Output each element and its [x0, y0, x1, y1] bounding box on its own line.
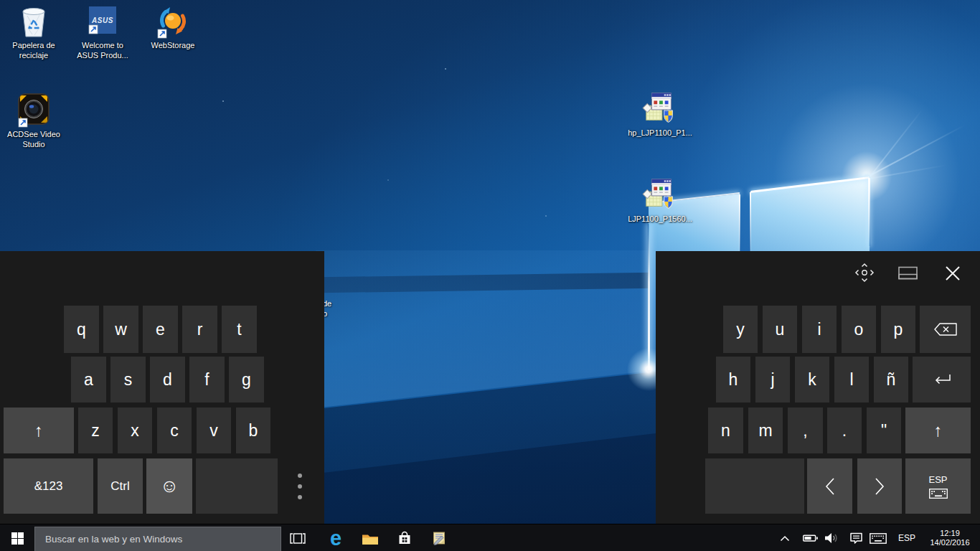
key-emoji[interactable]: ☺ [146, 458, 192, 514]
key-c[interactable]: c [157, 408, 192, 453]
installer-window-icon [641, 176, 679, 212]
key-quote[interactable]: " [867, 408, 901, 453]
key-n[interactable]: n [708, 408, 743, 453]
file-explorer-button[interactable] [357, 524, 383, 551]
tray-volume-button[interactable] [822, 524, 841, 551]
key-y[interactable]: y [723, 306, 758, 353]
light-ray [870, 125, 965, 176]
key-h[interactable]: h [716, 357, 750, 402]
key-period[interactable]: . [827, 408, 862, 453]
key-ctrl[interactable]: Ctrl [98, 458, 143, 514]
tray-battery-button[interactable] [801, 524, 819, 551]
keyboard-close-button[interactable] [944, 265, 961, 282]
window-edge [868, 178, 870, 246]
installer-window-icon [641, 90, 679, 126]
tray-show-hidden-button[interactable] [776, 524, 793, 551]
menu-dots-icon[interactable] [292, 469, 307, 504]
key-cursor-right[interactable] [857, 458, 902, 514]
key-space-right[interactable] [705, 458, 804, 514]
journal-icon [432, 531, 446, 545]
dust-particle [445, 68, 446, 70]
task-view-button[interactable] [285, 524, 311, 551]
key-comma[interactable]: , [788, 408, 823, 453]
key-j[interactable]: j [755, 357, 790, 402]
key-r[interactable]: r [182, 306, 217, 353]
desktop-screen: Papelera dereciclaje ASUS Welcome toASUS… [0, 0, 980, 551]
dust-particle [222, 100, 224, 102]
task-view-icon [290, 532, 306, 545]
desktop-icon-recycle-bin[interactable]: Papelera dereciclaje [0, 6, 67, 60]
key-enye[interactable]: ñ [874, 357, 908, 402]
key-m[interactable]: m [748, 408, 783, 453]
edge-button[interactable]: e [323, 524, 349, 551]
desktop-icon-hp-installer[interactable]: hp_LJP1100_P1... [624, 90, 696, 138]
key-b[interactable]: b [236, 408, 270, 453]
key-x[interactable]: x [118, 408, 152, 453]
action-center-button[interactable] [847, 524, 865, 551]
taskbar-search [34, 527, 281, 551]
chevron-up-icon [780, 535, 790, 542]
keyboard-move-button[interactable] [854, 262, 875, 283]
taskbar: e [0, 524, 980, 551]
key-o[interactable]: o [842, 306, 876, 353]
key-shift-right[interactable]: ↑ [905, 408, 971, 453]
backspace-icon [933, 322, 958, 336]
acdsee-icon [18, 93, 50, 128]
split-keyboard-left-panel: q w e r t a s d f g ↑ z x c v b &123 Ctr… [0, 251, 324, 524]
key-language-esp[interactable]: ESP [905, 458, 971, 514]
light-ray [869, 109, 923, 178]
key-cursor-left[interactable] [807, 458, 852, 514]
key-e[interactable]: e [143, 306, 178, 353]
key-l[interactable]: l [834, 357, 869, 402]
key-z[interactable]: z [78, 408, 113, 453]
key-symbols[interactable]: &123 [4, 458, 93, 514]
key-g[interactable]: g [229, 357, 264, 402]
recycle-bin-icon [18, 6, 50, 39]
key-enter[interactable] [913, 357, 971, 402]
window-mullion [739, 194, 740, 256]
tray-language-indicator[interactable]: ESP [896, 524, 918, 551]
icon-label: Papelera de [0, 41, 67, 51]
key-s[interactable]: s [110, 357, 146, 402]
key-q[interactable]: q [64, 306, 99, 353]
tray-time: 12:19 [940, 529, 960, 538]
start-button[interactable] [0, 524, 34, 551]
dust-particle [387, 179, 389, 181]
store-icon [397, 531, 412, 545]
key-t[interactable]: t [222, 306, 257, 353]
key-d[interactable]: d [150, 357, 185, 402]
desktop-icon-asus-welcome[interactable]: ASUS Welcome toASUS Produ... [69, 6, 136, 60]
key-k[interactable]: k [795, 357, 829, 402]
key-a[interactable]: a [71, 357, 106, 402]
keyboard-dock-button[interactable] [898, 266, 918, 281]
key-f[interactable]: f [189, 357, 225, 402]
key-p[interactable]: p [881, 306, 915, 353]
tray-clock[interactable]: 12:19 14/02/2016 [923, 524, 977, 551]
dock-icon [898, 266, 918, 281]
key-i[interactable]: i [802, 306, 837, 353]
keyboard-layout-icon [929, 489, 948, 499]
desktop-icon-acdsee-video-studio[interactable]: ACDSee VideoStudio [0, 93, 67, 149]
uac-shield-icon [664, 197, 673, 209]
key-backspace[interactable] [920, 306, 971, 353]
journal-button[interactable] [426, 524, 452, 551]
store-button[interactable] [392, 524, 418, 551]
asus-icon: ASUS [88, 6, 117, 39]
key-w[interactable]: w [103, 306, 138, 353]
action-center-icon [849, 532, 863, 545]
key-v[interactable]: v [197, 408, 231, 453]
language-key-label: ESP [928, 474, 947, 485]
window-mullion [750, 192, 751, 254]
icon-label: reciclaje [0, 51, 67, 61]
shortcut-arrow-icon [89, 25, 98, 34]
key-shift-left[interactable]: ↑ [4, 408, 74, 453]
key-space-left[interactable] [196, 458, 278, 514]
volume-icon [824, 532, 839, 544]
desktop-icon-webstorage[interactable]: WebStorage [139, 6, 207, 51]
start-icon [11, 532, 24, 545]
key-u[interactable]: u [763, 306, 797, 353]
touch-keyboard-button[interactable] [868, 524, 888, 551]
search-input[interactable] [35, 527, 291, 551]
edge-icon: e [330, 524, 341, 551]
desktop-icon-ljp1100-installer[interactable]: LJP1100_P1560... [624, 176, 696, 225]
